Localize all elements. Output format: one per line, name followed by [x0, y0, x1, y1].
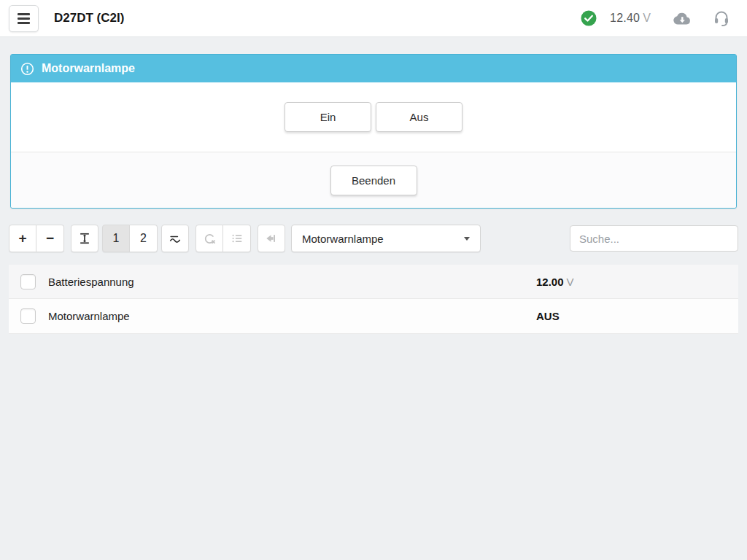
- beenden-button[interactable]: Beenden: [330, 166, 417, 195]
- cloud-download-icon[interactable]: [673, 11, 692, 26]
- list-view-button[interactable]: [223, 225, 251, 252]
- clear-x-icon: [202, 231, 217, 246]
- add-button[interactable]: +: [9, 225, 36, 252]
- clear-selection-button[interactable]: [196, 225, 223, 252]
- top-bar: D27DT (C2I) 12.40V: [0, 0, 747, 37]
- graph-view-button[interactable]: [161, 225, 189, 252]
- page-title: D27DT (C2I): [54, 11, 124, 26]
- list-icon: [230, 231, 244, 246]
- page-1-button[interactable]: 1: [102, 225, 130, 252]
- panel-title: Motorwarnlampe: [42, 62, 135, 75]
- voltage-unit: V: [643, 12, 651, 24]
- function-select[interactable]: Motorwarnlampe: [291, 225, 481, 252]
- actuator-test-panel: Motorwarnlampe Ein Aus Beenden: [10, 54, 737, 209]
- toolbar: + − 1 2: [9, 225, 738, 252]
- page-2-button[interactable]: 2: [130, 225, 158, 252]
- table-row[interactable]: Motorwarnlampe AUS: [9, 299, 738, 333]
- measurement-unit: V: [567, 276, 574, 288]
- measurement-name: Motorwarnlampe: [48, 310, 130, 322]
- battery-voltage-status: 12.40V: [610, 12, 651, 25]
- row-checkbox[interactable]: [20, 274, 36, 289]
- jump-to-start-button[interactable]: [258, 225, 285, 252]
- caret-down-icon: [464, 237, 470, 241]
- measurement-value: AUS: [536, 310, 562, 322]
- table-row[interactable]: Batteriespannung 12.00V: [9, 265, 738, 299]
- clear-list-group: [196, 225, 251, 252]
- remove-button[interactable]: −: [36, 225, 64, 252]
- wave-icon: [168, 231, 182, 246]
- measurement-name: Batteriespannung: [48, 276, 134, 288]
- panel-body: Ein Aus: [11, 82, 736, 152]
- panel-footer: Beenden: [11, 152, 736, 208]
- fit-vertical-button[interactable]: [71, 225, 98, 252]
- add-remove-group: + −: [9, 225, 64, 252]
- measurements-table: Batteriespannung 12.00V Motorwarnlampe A…: [9, 265, 738, 334]
- page-switch-group: 1 2: [102, 225, 158, 252]
- measurement-value: 12.00V: [536, 276, 574, 288]
- aus-button[interactable]: Aus: [376, 102, 462, 132]
- ein-button[interactable]: Ein: [285, 102, 371, 132]
- topbar-status-area: 12.40V: [581, 9, 729, 27]
- row-checkbox[interactable]: [20, 308, 36, 324]
- check-circle-icon: [581, 10, 597, 26]
- search-input[interactable]: [570, 225, 738, 252]
- panel-header: Motorwarnlampe: [11, 55, 736, 82]
- function-select-value: Motorwarnlampe: [302, 233, 384, 245]
- menu-button[interactable]: [9, 5, 39, 32]
- arrow-to-start-icon: [264, 231, 279, 246]
- exclamation-circle-icon: [20, 62, 34, 76]
- headset-icon[interactable]: [713, 9, 729, 27]
- voltage-value: 12.40: [610, 12, 640, 24]
- expand-vertical-icon: [77, 231, 92, 246]
